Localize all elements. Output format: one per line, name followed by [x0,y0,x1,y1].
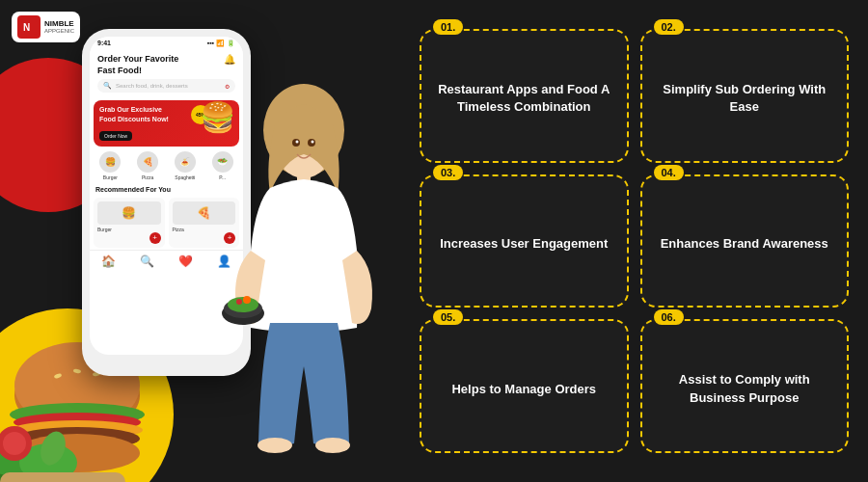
card-title-4: Enhances Brand Awareness [661,235,828,253]
svg-text:N: N [23,22,30,33]
feature-card-6: 06.Assist to Comply with Business Purpos… [640,319,850,453]
card-title-1: Restaurant Apps and Food A Timeless Comb… [436,81,612,116]
feature-card-3: 03.Increases User Engagement [420,174,629,308]
card-number-2: 02. [654,19,684,35]
phone-banner-text: Grab Our ExclusiveFood Discounts Now! [99,105,169,124]
card-number-6: 06. [654,309,684,325]
search-placeholder: Search food, drink, desserts [116,83,188,89]
svg-point-25 [236,299,242,305]
logo-tagline: APPGENIC [44,28,74,34]
svg-rect-18 [0,472,125,482]
feature-card-1: 01.Restaurant Apps and Food A Timeless C… [420,29,629,163]
woman-figure [222,77,386,482]
spaghetti-label: Spaghetti [169,174,203,180]
phone-header: Order Your Favorite Fast Food! 🔔 🔍 Searc… [90,50,243,98]
nav-search[interactable]: 🔍 [140,254,154,268]
phone-time: 9:41 [97,40,111,47]
card-number-4: 04. [654,165,684,180]
add-to-cart-btn-1[interactable]: + [149,232,161,244]
card-title-2: Simplify Sub Ordering With Ease [657,81,833,116]
burger-icon: 🍔 [99,151,121,173]
phone-food-spaghetti[interactable]: 🍝 Spaghetti [169,151,203,180]
card-title-5: Helps to Manage Orders [451,381,596,398]
svg-point-16 [3,432,26,455]
card-number-1: 01. [433,19,463,35]
search-icon: 🔍 [103,82,112,90]
phone-bottom-nav: 🏠 🔍 ❤️ 👤 [90,250,243,270]
feature-cards-grid: 01.Restaurant Apps and Food A Timeless C… [405,0,868,482]
nav-favorites[interactable]: ❤️ [178,254,193,268]
svg-point-28 [315,438,350,453]
feature-card-5: 05.Helps to Manage Orders [420,319,629,453]
card-title-3: Increases User Engagement [440,235,608,253]
feature-card-2: 02.Simplify Sub Ordering With Ease [640,29,850,163]
card-number-3: 03. [433,165,463,180]
logo: N NIMBLE APPGENIC [12,12,80,42]
phone-status-bar: 9:41 ▪▪▪ 📶 🔋 [90,37,243,50]
phone-app-title: Order Your Favorite Fast Food! [97,54,178,76]
rec-food-name-1: Burger [97,227,161,232]
logo-icon: N [17,15,41,39]
phone-search-bar[interactable]: 🔍 Search food, drink, desserts ⚙ [97,79,235,93]
svg-point-24 [228,297,258,312]
phone-food-pizza[interactable]: 🍕 Pizza [131,151,165,180]
svg-point-32 [312,141,314,144]
logo-text: NIMBLE APPGENIC [44,20,74,34]
phone-food-categories: 🍔 Burger 🍕 Pizza 🍝 Spaghetti 🥗 P... [90,148,243,183]
phone-order-button[interactable]: Order Now [99,131,132,141]
svg-point-27 [258,438,292,453]
phone-recommended-items: 🍔 Burger + 🍕 Pizza + [90,196,243,250]
phone-recommended-label: Recommended For You [90,183,243,196]
left-section: 9:41 ▪▪▪ 📶 🔋 Order Your Favorite Fast Fo… [0,0,405,482]
phone-food-burger[interactable]: 🍔 Burger [94,151,127,180]
svg-point-26 [243,296,251,304]
burger-label: Burger [94,174,127,180]
spaghetti-icon: 🍝 [175,151,196,173]
rec-food-image-1: 🍔 [97,201,161,225]
rec-item-1[interactable]: 🍔 Burger + [94,198,165,248]
nav-home[interactable]: 🏠 [101,254,116,268]
card-title-6: Assist to Comply with Business Purpose [657,371,833,406]
phone-heart-icon: 🔔 [224,54,235,65]
phone-screen: 9:41 ▪▪▪ 📶 🔋 Order Your Favorite Fast Fo… [90,37,243,355]
svg-point-31 [296,141,299,144]
phone-icons: ▪▪▪ 📶 🔋 [207,40,235,47]
card-number-5: 05. [433,309,463,325]
feature-card-4: 04.Enhances Brand Awareness [640,174,850,308]
phone-promo-banner: Grab Our ExclusiveFood Discounts Now! Or… [94,100,239,147]
pizza-icon: 🍕 [137,151,158,173]
pizza-label: Pizza [131,174,165,180]
logo-name: NIMBLE [44,20,74,28]
